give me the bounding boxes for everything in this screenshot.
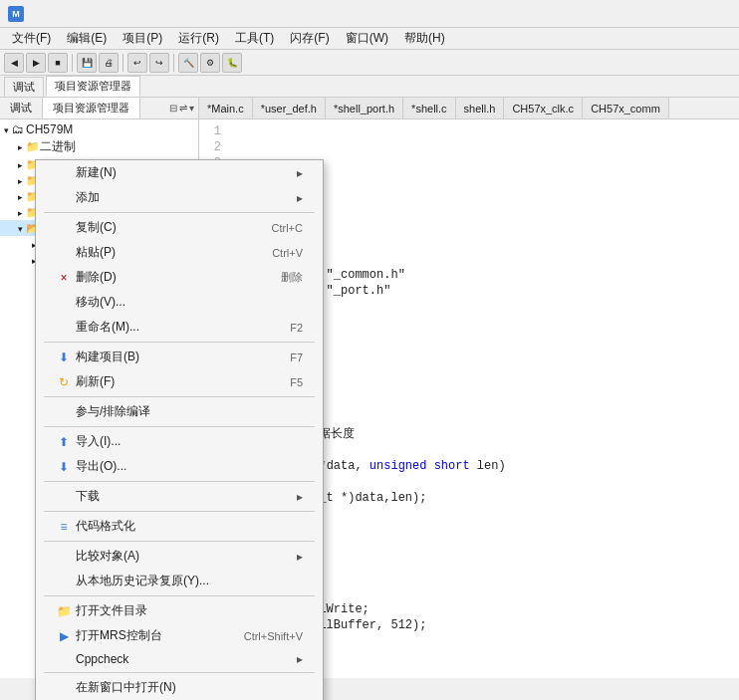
perspective-tab-bar: 调试项目资源管理器: [0, 76, 739, 98]
menu-item-工具(T)[interactable]: 工具(T): [227, 28, 282, 49]
line-content: [229, 139, 739, 155]
ctx-item-participation[interactable]: 参与/排除编译: [36, 399, 323, 424]
tree-node----[interactable]: ▸📁二进制: [0, 137, 198, 156]
ctx-label-refresh: 刷新(F): [76, 373, 270, 390]
ctx-item-build[interactable]: ⬇构建项目(B)F7: [36, 345, 323, 369]
ctx-item-add[interactable]: 添加▸: [36, 185, 323, 210]
ctx-icon-opendir: 📁: [56, 604, 72, 618]
toolbar-sep-1: [72, 54, 73, 72]
perspective-tab-0[interactable]: 调试: [4, 77, 44, 97]
collapse-all-btn[interactable]: ⊟: [169, 103, 177, 114]
ctx-shortcut-build: F7: [290, 351, 303, 363]
ctx-item-refresh[interactable]: ↻刷新(F)F5: [36, 369, 323, 394]
menu-item-闪存(F)[interactable]: 闪存(F): [282, 28, 337, 49]
ctx-label-add: 添加: [76, 189, 293, 206]
tree-arrow-Startup: ▸: [14, 192, 26, 202]
menu-item-文件(F)[interactable]: 文件(F): [4, 28, 59, 49]
tree-icon-project: 🗂: [12, 122, 26, 136]
view-menu-btn[interactable]: ▾: [189, 103, 194, 114]
ctx-separator-sep4: [44, 426, 315, 427]
ctx-item-restore[interactable]: 从本地历史记录复原(Y)...: [36, 569, 323, 593]
toolbar: ◀ ▶ ■ 💾 🖨 ↩ ↪ 🔨 ⚙ 🐛: [0, 50, 739, 76]
ctx-item-import[interactable]: ⬆导入(I)...: [36, 429, 323, 454]
ctx-item-copy[interactable]: 复制(C)Ctrl+C: [36, 215, 323, 240]
ctx-label-opendir: 打开文件目录: [76, 602, 303, 619]
tree-label-CH579M: CH579M: [26, 122, 73, 136]
ctx-item-openmrs[interactable]: ▶打开MRS控制台Ctrl+Shift+V: [36, 623, 323, 648]
menu-item-项目(P)[interactable]: 项目(P): [115, 28, 170, 49]
tree-arrow-CH579M: ▾: [0, 125, 12, 135]
ctx-separator-sep2: [44, 342, 315, 343]
tree-icon-folder: 📁: [26, 140, 40, 153]
toolbar-btn-1[interactable]: ◀: [4, 53, 24, 73]
ctx-item-export[interactable]: ⬇导出(O)...: [36, 454, 323, 479]
link-editor-btn[interactable]: ⇌: [179, 103, 187, 114]
ctx-label-paste: 粘贴(P): [76, 244, 252, 261]
editor-tab-ch57xcomm[interactable]: CH57x_comm: [583, 98, 669, 118]
ctx-shortcut-delete: 删除: [281, 270, 303, 285]
menu-item-帮助(H)[interactable]: 帮助(H): [396, 28, 453, 49]
ctx-label-new: 新建(N): [76, 164, 293, 181]
menu-item-运行(R)[interactable]: 运行(R): [170, 28, 227, 49]
ctx-item-opendir[interactable]: 📁打开文件目录: [36, 598, 323, 623]
ctx-item-codeformat[interactable]: ≡代码格式化: [36, 514, 323, 539]
editor-tab-shellh[interactable]: shell.h: [456, 98, 505, 118]
tree-node-CH579M[interactable]: ▾🗂CH579M: [0, 121, 198, 137]
tab-project-explorer[interactable]: 项目资源管理器: [43, 98, 140, 118]
ctx-item-opennew[interactable]: 在新窗口中打开(N): [36, 675, 323, 700]
ctx-submenu-arrow-cppcheck: ▸: [297, 652, 303, 666]
ctx-icon-export: ⬇: [56, 460, 72, 474]
ctx-label-download: 下载: [76, 488, 293, 505]
ctx-label-build: 构建项目(B): [76, 349, 270, 365]
editor-tab-main[interactable]: *Main.c: [199, 98, 253, 118]
ctx-shortcut-rename: F2: [290, 322, 303, 334]
toolbar-btn-8[interactable]: 🔨: [178, 53, 198, 73]
toolbar-btn-2[interactable]: ▶: [26, 53, 46, 73]
ctx-shortcut-paste: Ctrl+V: [272, 247, 303, 259]
code-line: 2: [199, 139, 739, 155]
ctx-label-move: 移动(V)...: [76, 294, 303, 311]
toolbar-btn-7[interactable]: ↪: [149, 53, 169, 73]
ctx-item-download[interactable]: 下载▸: [36, 484, 323, 509]
toolbar-btn-10[interactable]: 🐛: [222, 53, 242, 73]
ctx-icon-delete: ×: [56, 271, 72, 285]
app-icon: M: [8, 6, 24, 22]
toolbar-sep-3: [173, 54, 174, 72]
context-menu: 新建(N)▸添加▸复制(C)Ctrl+C粘贴(P)Ctrl+V×删除(D)删除移…: [35, 159, 324, 700]
ctx-label-codeformat: 代码格式化: [76, 518, 303, 535]
menu-item-窗口(W)[interactable]: 窗口(W): [338, 28, 396, 49]
ctx-label-opennew: 在新窗口中打开(N): [76, 679, 303, 696]
ctx-label-delete: 删除(D): [76, 269, 261, 286]
ctx-item-move[interactable]: 移动(V)...: [36, 290, 323, 315]
editor-tab-userdef[interactable]: *user_def.h: [253, 98, 326, 118]
tree-arrow-StdPeriphDriver: ▸: [14, 208, 26, 218]
toolbar-btn-3[interactable]: ■: [48, 53, 68, 73]
ctx-separator-sep5: [44, 481, 315, 482]
line-number: 1: [199, 123, 229, 139]
ctx-item-new[interactable]: 新建(N)▸: [36, 160, 323, 185]
editor-tab-shellport[interactable]: *shell_port.h: [326, 98, 403, 118]
tree-arrow-CMSIS: ▸: [14, 176, 26, 186]
ctx-submenu-arrow-download: ▸: [297, 490, 303, 504]
ctx-separator-sep9: [44, 672, 315, 673]
toolbar-btn-4[interactable]: 💾: [77, 53, 97, 73]
toolbar-btn-6[interactable]: ↩: [127, 53, 147, 73]
ctx-item-rename[interactable]: 重命名(M)...F2: [36, 315, 323, 340]
toolbar-btn-9[interactable]: ⚙: [200, 53, 220, 73]
tab-debug[interactable]: 调试: [0, 98, 43, 118]
ctx-icon-import: ⬆: [56, 435, 72, 449]
ctx-item-compare[interactable]: 比较对象(A)▸: [36, 544, 323, 569]
ctx-item-paste[interactable]: 粘贴(P)Ctrl+V: [36, 240, 323, 265]
perspective-tab-1[interactable]: 项目资源管理器: [46, 76, 140, 97]
ctx-item-cppcheck[interactable]: Cppcheck▸: [36, 648, 323, 670]
line-number: 2: [199, 139, 229, 155]
toolbar-btn-5[interactable]: 🖨: [99, 53, 119, 73]
ctx-icon-codeformat: ≡: [56, 520, 72, 534]
editor-tab-ch57xclk[interactable]: CH57x_clk.c: [504, 98, 583, 118]
menu-item-编辑(E)[interactable]: 编辑(E): [59, 28, 115, 49]
editor-tab-shellc[interactable]: *shell.c: [403, 98, 455, 118]
title-bar: M: [0, 0, 739, 28]
ctx-label-restore: 从本地历史记录复原(Y)...: [76, 573, 303, 589]
ctx-separator-sep1: [44, 212, 315, 213]
ctx-item-delete[interactable]: ×删除(D)删除: [36, 265, 323, 290]
